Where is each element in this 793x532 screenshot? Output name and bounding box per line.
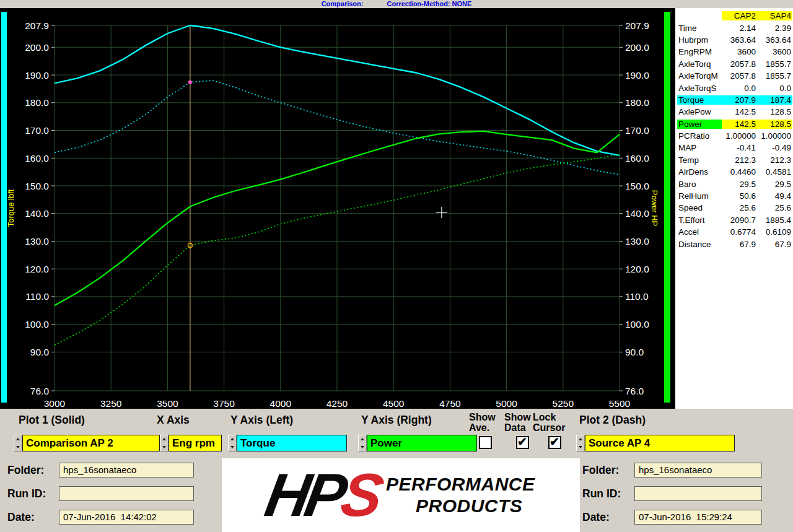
table-row: MAP-0.41-0.49	[677, 142, 792, 154]
table-row: Temp212.3212.3	[677, 154, 792, 166]
channel-value-sap4: -0.49	[757, 143, 792, 152]
yleft-spinner[interactable]	[228, 435, 237, 451]
spin-down-icon[interactable]	[14, 443, 22, 452]
spin-up-icon[interactable]	[160, 435, 169, 443]
channel-value-sap4: 187.4	[757, 95, 792, 105]
svg-text:Torque lbft: Torque lbft	[6, 189, 15, 227]
runid-field-left[interactable]	[59, 486, 194, 501]
plot1-selector[interactable]: Comparison AP 2	[14, 435, 160, 451]
svg-text:190.0: 190.0	[625, 70, 649, 81]
spin-up-icon[interactable]	[358, 435, 367, 443]
lock-cursor-checkbox[interactable]	[548, 436, 561, 449]
svg-text:140.0: 140.0	[25, 208, 49, 219]
correction-method-label: Correction-Method: NONE	[387, 0, 471, 8]
channel-label: T.Effort	[677, 216, 722, 225]
plot2-spinner[interactable]	[576, 435, 585, 451]
spin-down-icon[interactable]	[160, 443, 169, 452]
svg-text:150.0: 150.0	[625, 181, 649, 191]
svg-text:90.0: 90.0	[625, 347, 644, 357]
folder-label-right: Folder:	[582, 464, 619, 477]
yleft-selector[interactable]: Torque	[228, 435, 347, 451]
hps-logo: HPS PERFORMANCE PRODUCTS	[222, 458, 580, 532]
channel-label: Time	[677, 24, 722, 33]
xaxis-spinner[interactable]	[160, 435, 169, 451]
spin-up-icon[interactable]	[576, 435, 585, 443]
runid-label-right: Run ID:	[582, 487, 621, 500]
folder-field-right[interactable]: hps_16sonataeco	[634, 463, 762, 477]
xaxis-selector[interactable]: Eng rpm	[160, 435, 222, 451]
channel-value-cap2: 0.4460	[722, 167, 757, 177]
channel-value-cap2: 2057.8	[722, 71, 757, 81]
channel-value-sap4: 363.64	[757, 35, 792, 45]
table-row: AxleTorqM2057.81855.7	[677, 70, 792, 82]
plot1-value[interactable]: Comparison AP 2	[22, 435, 160, 451]
svg-text:3000: 3000	[44, 398, 66, 409]
show-ave-checkbox[interactable]	[479, 436, 492, 449]
yleft-label: Y Axis (Left)	[230, 414, 293, 427]
spin-down-icon[interactable]	[228, 443, 237, 452]
svg-text:5250: 5250	[553, 398, 574, 409]
dyno-chart-svg[interactable]: 207.9207.9200.0200.0190.0190.0180.0180.0…	[0, 8, 675, 409]
spin-up-icon[interactable]	[14, 435, 22, 443]
spin-down-icon[interactable]	[576, 443, 585, 452]
svg-text:170.0: 170.0	[25, 125, 49, 136]
table-row: Speed25.625.6	[677, 202, 792, 214]
runid-field-right[interactable]	[634, 486, 762, 501]
table-row: AxleTorqS0.00.0	[677, 82, 792, 94]
channel-label: Torque	[677, 95, 722, 105]
channel-label: Hubrpm	[677, 35, 722, 45]
date-field-right[interactable]: 07-Jun-2016 15:29:24	[634, 510, 762, 525]
svg-text:140.0: 140.0	[625, 208, 649, 219]
svg-text:207.9: 207.9	[25, 20, 49, 31]
svg-text:120.0: 120.0	[625, 264, 649, 274]
table-row: PCRatio1.000001.00000	[677, 130, 792, 142]
svg-text:3500: 3500	[157, 398, 178, 409]
channel-value-cap2: 363.64	[722, 35, 757, 45]
channel-value-cap2: 1.00000	[722, 131, 757, 141]
channel-value-sap4: 0.6109	[757, 227, 792, 237]
svg-text:180.0: 180.0	[25, 97, 49, 108]
channel-label: AxleTorqS	[677, 84, 722, 93]
channel-value-sap4: 0.0	[757, 84, 792, 93]
col-header-cap2: CAP2	[722, 11, 757, 20]
channel-label: Distance	[677, 240, 722, 249]
svg-text:5500: 5500	[609, 398, 631, 409]
svg-text:4500: 4500	[383, 398, 405, 409]
date-field-left[interactable]: 07-Jun-2016 14:42:02	[59, 510, 194, 525]
plot2-label: Plot 2 (Dash)	[579, 414, 646, 427]
channel-value-cap2: 67.9	[722, 240, 757, 249]
svg-text:200.0: 200.0	[625, 42, 649, 53]
channel-value-cap2: 207.9	[722, 95, 757, 105]
channel-value-sap4: 1885.4	[757, 216, 792, 225]
table-row: Time2.142.39	[677, 22, 792, 33]
show-ave-label-line2: Ave.	[469, 422, 496, 433]
svg-text:76.0: 76.0	[625, 386, 644, 396]
channel-value-cap2: 29.5	[722, 180, 757, 189]
xaxis-value[interactable]: Eng rpm	[169, 435, 222, 451]
comparison-label: Comparison:	[322, 0, 364, 8]
channel-value-sap4: 49.4	[757, 191, 792, 201]
yleft-value[interactable]: Torque	[237, 435, 347, 451]
channel-label: AxleTorq	[677, 59, 722, 69]
dyno-chart[interactable]: 207.9207.9200.0200.0190.0190.0180.0180.0…	[0, 8, 675, 409]
yright-spinner[interactable]	[358, 435, 367, 451]
plot2-value[interactable]: Source AP 4	[585, 435, 735, 451]
yright-selector[interactable]: Power	[358, 435, 477, 451]
folder-field-left[interactable]: hps_16sonataeco	[59, 463, 194, 477]
svg-text:130.0: 130.0	[25, 236, 49, 246]
table-row: T.Effort2090.71885.4	[677, 214, 792, 226]
plot2-selector[interactable]: Source AP 4	[576, 435, 735, 451]
yright-value[interactable]: Power	[367, 435, 477, 451]
spin-up-icon[interactable]	[228, 435, 237, 443]
channel-label: Temp	[677, 155, 722, 165]
show-data-checkbox[interactable]	[516, 436, 529, 449]
channel-label: PCRatio	[677, 131, 722, 141]
channel-label: AirDens	[677, 167, 722, 177]
svg-text:130.0: 130.0	[625, 236, 649, 246]
channel-label: MAP	[677, 143, 722, 152]
channel-value-sap4: 212.3	[757, 155, 792, 165]
svg-text:4000: 4000	[270, 398, 292, 409]
spin-down-icon[interactable]	[358, 443, 367, 452]
channel-value-sap4: 67.9	[757, 240, 792, 249]
plot1-spinner[interactable]	[14, 435, 22, 451]
